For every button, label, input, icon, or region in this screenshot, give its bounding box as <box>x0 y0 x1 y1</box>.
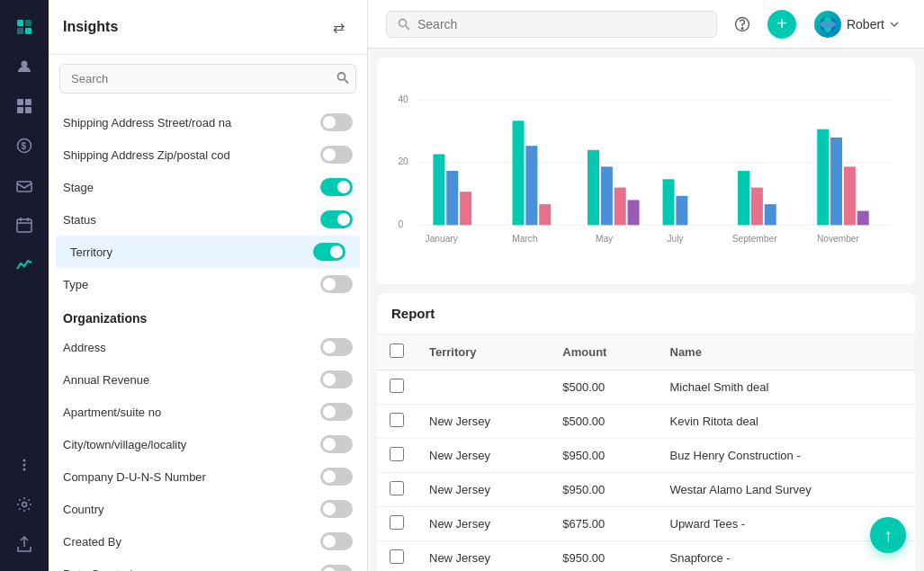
svg-rect-35 <box>433 154 444 225</box>
toggle-label: Address <box>63 341 320 354</box>
panel-sidebar: Insights ⇄ Shipping Address Street/road … <box>49 0 368 571</box>
svg-rect-46 <box>676 196 687 225</box>
user-avatar <box>814 11 841 38</box>
toggle-country[interactable] <box>320 500 353 518</box>
svg-rect-12 <box>17 219 31 232</box>
toggle-row: Address <box>49 331 367 363</box>
toggle-stage[interactable] <box>320 178 353 196</box>
toggle-label: Apartment/suite no <box>63 406 320 419</box>
section-header-organizations: Organizations <box>49 300 367 331</box>
help-button[interactable] <box>728 10 757 39</box>
toggle-apartment[interactable] <box>320 403 353 421</box>
panel-search-container <box>59 64 356 94</box>
icon-sidebar: $ <box>0 0 49 571</box>
col-header-checkbox <box>377 335 417 370</box>
table-row: New Jersey $950.00 Westar Alamo Land Sur… <box>377 473 915 507</box>
svg-rect-42 <box>601 166 613 225</box>
svg-rect-50 <box>817 129 829 226</box>
panel-list: Shipping Address Street/road na Shipping… <box>49 103 367 571</box>
toggle-city[interactable] <box>320 435 353 453</box>
svg-rect-45 <box>663 179 675 225</box>
row-checkbox[interactable] <box>390 481 404 495</box>
svg-text:January: January <box>426 234 459 244</box>
row-checkbox[interactable] <box>390 379 404 393</box>
toggle-status[interactable] <box>320 210 353 228</box>
svg-text:July: July <box>667 234 684 244</box>
svg-rect-2 <box>17 28 23 34</box>
user-menu[interactable]: Robert <box>807 7 906 41</box>
svg-point-25 <box>741 27 743 29</box>
toggle-label: Status <box>63 213 320 227</box>
settings-icon[interactable] <box>8 488 40 521</box>
svg-text:September: September <box>732 234 777 244</box>
toggle-label-territory: Territory <box>70 245 313 259</box>
row-checkbox[interactable] <box>390 549 404 564</box>
table-row: New Jersey $950.00 Buz Henry Constructio… <box>377 439 915 473</box>
toggle-annual-revenue[interactable] <box>320 370 353 388</box>
cell-amount: $950.00 <box>550 473 657 507</box>
svg-rect-7 <box>17 107 23 113</box>
dashboard-icon[interactable] <box>8 90 40 122</box>
calendar-icon[interactable] <box>8 209 40 241</box>
table-row: New Jersey $950.00 Snapforce - <box>377 541 915 572</box>
top-navbar: + Robert <box>368 0 924 49</box>
svg-rect-5 <box>17 99 23 105</box>
more-icon[interactable] <box>8 449 40 481</box>
scroll-to-top-button[interactable]: ↑ <box>870 517 906 553</box>
global-search-input[interactable] <box>417 17 705 31</box>
toggle-type[interactable] <box>320 275 353 293</box>
currency-icon[interactable]: $ <box>8 129 40 162</box>
toggle-date-created[interactable] <box>320 565 353 571</box>
inbox-icon[interactable] <box>8 169 40 201</box>
select-all-checkbox[interactable] <box>390 343 404 358</box>
toggle-territory[interactable] <box>313 243 345 261</box>
table-row: New Jersey $675.00 Upward Tees - <box>377 507 915 541</box>
toggle-row: Status <box>49 203 367 236</box>
toggle-row-date-created: Date Created <box>49 558 367 571</box>
svg-rect-51 <box>830 138 842 225</box>
toggle-label: Stage <box>63 181 320 194</box>
analytics-icon[interactable] <box>8 248 40 281</box>
col-header-territory: Territory <box>417 335 550 370</box>
bar-chart: 40 20 0 <box>391 72 901 270</box>
report-table: Territory Amount Name $500.00 Michael Sm… <box>377 335 915 571</box>
toggle-label: Annual Revenue <box>63 373 320 387</box>
panel-search-button[interactable] <box>336 71 349 86</box>
toggle-label: Type <box>63 278 320 291</box>
chart-container: 40 20 0 <box>377 58 915 284</box>
table-row: $500.00 Michael Smith deal <box>377 370 915 405</box>
contacts-icon[interactable] <box>8 50 40 83</box>
row-checkbox[interactable] <box>390 413 404 427</box>
toggle-shipping-street[interactable] <box>320 113 353 131</box>
row-checkbox[interactable] <box>390 447 404 461</box>
toggle-label: Country <box>63 503 320 516</box>
cell-territory: New Jersey <box>417 507 550 541</box>
cell-territory: New Jersey <box>417 473 550 507</box>
svg-rect-40 <box>539 204 551 225</box>
svg-text:40: 40 <box>398 94 408 104</box>
content-area: 40 20 0 <box>368 49 924 571</box>
panel-header: Insights ⇄ <box>49 0 367 55</box>
add-button[interactable]: + <box>767 10 796 39</box>
filter-icon[interactable]: ⇄ <box>324 13 353 41</box>
export-icon[interactable] <box>8 528 40 560</box>
svg-point-20 <box>338 73 345 80</box>
toggle-created-by[interactable] <box>320 532 353 550</box>
panel-search-input[interactable] <box>59 64 356 94</box>
user-name-label: Robert <box>847 17 884 31</box>
search-icon <box>398 18 410 31</box>
toggle-label: Company D-U-N-S Number <box>63 470 320 484</box>
svg-text:March: March <box>512 234 537 244</box>
cell-name: Kevin Ritota deal <box>658 405 916 439</box>
cell-amount: $675.00 <box>550 507 657 541</box>
toggle-duns[interactable] <box>320 468 353 486</box>
logo-icon[interactable] <box>8 11 40 43</box>
row-checkbox[interactable] <box>390 515 404 530</box>
col-header-name: Name <box>658 335 916 370</box>
toggle-shipping-zip[interactable] <box>320 146 353 164</box>
toggle-address[interactable] <box>320 338 353 356</box>
cell-amount: $950.00 <box>550 439 657 473</box>
svg-point-17 <box>23 464 26 467</box>
svg-text:November: November <box>817 234 860 244</box>
toggle-row: Annual Revenue <box>49 363 367 396</box>
